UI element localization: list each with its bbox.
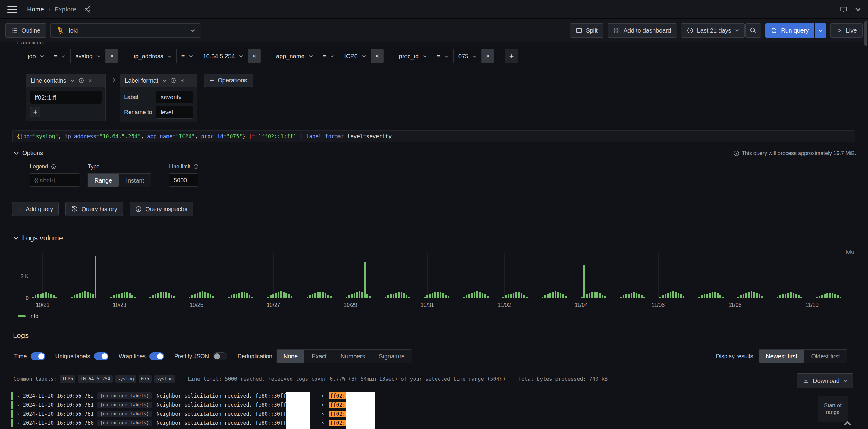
time-toggle[interactable] (31, 352, 45, 360)
live-button[interactable]: Live (830, 23, 863, 38)
filter-remove-button[interactable]: × (106, 49, 118, 63)
log-expand-icon[interactable]: › (17, 393, 20, 399)
wrap-lines-toggle[interactable] (150, 352, 164, 360)
volume-bar (601, 295, 603, 298)
volume-bar (534, 298, 535, 298)
run-query-button[interactable]: Run query (765, 23, 814, 38)
log-row[interactable]: ›2024-11-10 16:10:56.781(no unique label… (11, 401, 810, 409)
rename-field-input[interactable] (156, 106, 193, 119)
filter-value-select[interactable]: syslog (70, 49, 106, 63)
display-option-newest-first[interactable]: Newest first (759, 350, 804, 363)
volume-bar (714, 292, 716, 298)
info-icon[interactable] (193, 164, 198, 169)
legend-label-info[interactable]: info (29, 313, 38, 319)
filter-value-select[interactable]: ICP6 (339, 49, 371, 63)
filter-operator-select[interactable]: = (177, 49, 198, 63)
share-icon[interactable] (84, 6, 91, 13)
info-icon[interactable] (51, 164, 56, 169)
split-button[interactable]: Split (570, 23, 603, 38)
download-button[interactable]: Download (797, 373, 853, 388)
volume-bar (307, 297, 308, 298)
unique-labels-toggle[interactable] (94, 352, 108, 360)
volume-bar (847, 298, 849, 298)
hamburger-menu-icon[interactable] (7, 6, 18, 13)
redaction-overlay (286, 392, 310, 429)
options-section-toggle[interactable]: Options (14, 150, 43, 156)
volume-bar (673, 291, 674, 298)
line-contains-input[interactable] (30, 91, 102, 104)
volume-bar (76, 294, 78, 298)
dedup-option-none[interactable]: None (277, 350, 304, 363)
scroll-to-top-icon[interactable] (844, 421, 851, 426)
log-row[interactable]: ›2024-11-10 16:10:56.782(no unique label… (11, 392, 810, 400)
query-token: = (30, 133, 33, 139)
volume-bar (651, 298, 653, 298)
log-row[interactable]: ›2024-11-10 16:10:56.781(no unique label… (11, 410, 810, 418)
remove-operation-icon[interactable]: × (88, 77, 92, 84)
filter-remove-button[interactable]: × (371, 49, 383, 63)
add-operations-button[interactable]: + Operations (204, 74, 253, 87)
dedup-option-numbers[interactable]: Numbers (334, 350, 372, 363)
filter-value-select[interactable]: 075 (454, 49, 482, 63)
filter-remove-button[interactable]: × (482, 49, 494, 63)
log-expand-icon[interactable]: › (17, 411, 20, 417)
logs-volume-header[interactable]: Logs volume (13, 234, 63, 242)
add-to-dashboard-button[interactable]: Add to dashboard (608, 23, 677, 38)
filter-remove-button[interactable]: × (248, 49, 260, 63)
info-icon[interactable] (79, 78, 84, 83)
chevron-down-icon[interactable] (70, 79, 74, 82)
log-expand-icon[interactable]: › (17, 402, 20, 408)
start-of-range-label[interactable]: Start of range (818, 396, 848, 422)
volume-bar (777, 297, 778, 298)
run-query-options-button[interactable] (815, 23, 826, 38)
chevron-down-icon[interactable] (855, 7, 861, 11)
query-inspector-button[interactable]: Query inspector (130, 202, 193, 216)
log-expand-icon[interactable]: › (17, 420, 20, 426)
volume-bar (225, 298, 227, 298)
volume-bar (785, 293, 786, 298)
volume-bar (801, 296, 802, 298)
label-filter-pill-ip-address: ip_address=10.64.5.254× (129, 49, 261, 63)
type-option-range[interactable]: Range (88, 174, 119, 187)
monitor-icon[interactable] (840, 5, 847, 13)
line-limit-input[interactable] (169, 173, 198, 187)
volume-bar (283, 292, 285, 298)
time-range-picker[interactable]: Last 21 days (681, 23, 745, 38)
display-option-oldest-first[interactable]: Oldest first (804, 350, 846, 363)
volume-bar (693, 298, 695, 298)
type-option-instant[interactable]: Instant (119, 174, 151, 187)
filter-label-select[interactable]: job (23, 49, 49, 63)
query-history-button[interactable]: Query history (65, 202, 123, 216)
filter-label-select[interactable]: app_name (271, 49, 318, 63)
add-label-filter-button[interactable]: + (504, 49, 518, 63)
legend-input[interactable] (30, 173, 80, 187)
info-icon[interactable] (170, 78, 176, 83)
remove-operation-icon[interactable]: × (180, 77, 184, 84)
add-query-button[interactable]: + Add query (12, 202, 59, 216)
volume-bar (518, 292, 520, 298)
prettify-json-toggle[interactable] (213, 352, 227, 360)
chevron-down-icon[interactable] (162, 79, 166, 82)
volume-bar (607, 298, 609, 298)
add-line-contains-value-button[interactable]: + (30, 107, 40, 117)
scrollbar-thumb[interactable] (864, 21, 867, 46)
log-row[interactable]: ›2024-11-10 16:10:56.780(no unique label… (11, 419, 810, 427)
datasource-picker[interactable]: loki (50, 23, 201, 38)
breadcrumb-explore[interactable]: Explore (55, 6, 76, 13)
filter-operator-select[interactable]: = (49, 49, 71, 63)
dedup-option-signature[interactable]: Signature (372, 350, 411, 363)
filter-value-select[interactable]: 10.64.5.254 (198, 49, 248, 63)
dedup-option-exact[interactable]: Exact (305, 350, 333, 363)
filter-operator-select[interactable]: = (318, 49, 340, 63)
volume-bar (398, 292, 400, 298)
volume-bar (767, 298, 768, 298)
volume-bar (322, 292, 324, 298)
outline-button[interactable]: Outline (5, 23, 46, 38)
zoom-out-button[interactable] (745, 23, 761, 38)
filter-label-select[interactable]: ip_address (129, 49, 177, 63)
filter-operator-select[interactable]: = (432, 49, 454, 63)
breadcrumb-home[interactable]: Home (27, 6, 44, 13)
filter-label-select[interactable]: proc_id (394, 49, 432, 63)
label-field-input[interactable] (156, 91, 193, 104)
x-axis-tick: 11/10 (805, 302, 818, 308)
